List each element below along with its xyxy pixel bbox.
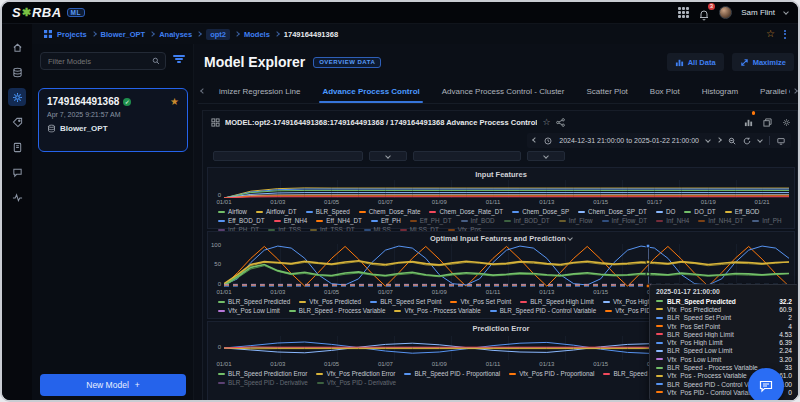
legend-item-eff-nh4-dt[interactable]: Eff_NH4_DT xyxy=(316,217,362,224)
nav-datasets-icon[interactable] xyxy=(8,63,26,81)
maximize-button[interactable]: Maximize xyxy=(732,53,794,71)
legend-item-blr-speed-prediction-error[interactable]: BLR_Speed Prediction Error xyxy=(218,370,307,377)
chart-plot[interactable] xyxy=(224,244,789,287)
legend-item-airflow[interactable]: Airflow xyxy=(218,208,247,215)
tab-advance-process-control-cluster[interactable]: Advance Process Control - Cluster xyxy=(431,80,576,103)
tabs-scroll-right-icon[interactable] xyxy=(790,89,800,94)
tab-advance-process-control[interactable]: Advance Process Control xyxy=(311,80,430,103)
legend-item-inf-ph[interactable]: Inf_PH xyxy=(752,217,781,224)
legend-item-eff-nh4[interactable]: Eff_NH4 xyxy=(274,217,308,224)
model-card[interactable]: 1749164491368 ✓ ★ Apr 7, 2025 9:21:57 AM… xyxy=(38,88,188,152)
legend-item-blr-speed[interactable]: BLR_Speed xyxy=(306,208,350,215)
breadcrumb-project[interactable]: Blower_OPT xyxy=(101,30,146,39)
panel-title[interactable]: Optimal Input Features and Prediction xyxy=(208,234,794,243)
time-range-text[interactable]: 2024-12-31 21:00:00 to 2025-01-22 21:00:… xyxy=(559,137,699,144)
legend-item-chem-dose-sp-dt[interactable]: Chem_Dose_SP_DT xyxy=(578,208,647,215)
chat-fab-button[interactable] xyxy=(748,368,784,402)
legend-item-chem-dose-rate-dt[interactable]: Chem_Dose_Rate_DT xyxy=(429,208,503,215)
legend-item-chem-dose-sp[interactable]: Chem_Dose_SP xyxy=(512,208,569,215)
legend-item-blr-speed-pid-proportional[interactable]: BLR_Speed PID - Proportional xyxy=(404,370,500,377)
time-range-caret-icon[interactable] xyxy=(705,137,711,143)
legend-item-inf-flow-dt[interactable]: Inf_Flow_DT xyxy=(602,217,648,224)
panel-alerts-icon[interactable] xyxy=(744,113,753,131)
tab-imizer-regression-line[interactable]: imizer Regression Line xyxy=(208,80,311,103)
panel-title[interactable]: Input Features xyxy=(208,170,794,179)
legend-item-blr-speed-process-variable[interactable]: BLR_Speed - Process Variable xyxy=(289,307,386,314)
legend-item-inf-nh4-dt[interactable]: Inf_NH4_DT xyxy=(698,217,743,224)
legend-item-eff-bod[interactable]: Eff_BOD xyxy=(725,208,760,215)
legend-item-vfx-pos-prediction-error[interactable]: Vfx_Pos Prediction Error xyxy=(316,370,395,377)
time-forward-icon[interactable] xyxy=(716,137,722,143)
favorite-star-icon[interactable]: ☆ xyxy=(766,29,775,39)
notifications-bell-icon[interactable]: 3 xyxy=(698,7,710,19)
variable-selector-1[interactable] xyxy=(213,151,363,161)
legend-item-inf-bod[interactable]: Inf_BOD xyxy=(461,217,495,224)
legend-item-do-dt[interactable]: DO_DT xyxy=(684,208,715,215)
x-tick: 01/05 xyxy=(324,361,339,367)
nav-notebook-icon[interactable] xyxy=(8,138,26,156)
tab-parallel-coordinates[interactable]: Parallel Coordinates xyxy=(749,80,790,103)
zoom-out-icon[interactable] xyxy=(728,137,736,145)
legend-item-blr-speed-pid-derivative[interactable]: BLR_Speed PID - Derivative xyxy=(218,379,308,386)
breadcrumb-projects[interactable]: Projects xyxy=(57,30,87,39)
nav-models-icon[interactable] xyxy=(8,88,26,106)
legend-item-eff-ph[interactable]: Eff_PH xyxy=(371,217,401,224)
filter-models-input[interactable] xyxy=(46,56,152,67)
nav-activity-icon[interactable] xyxy=(8,188,26,206)
refresh-interval-caret-icon[interactable] xyxy=(757,137,763,143)
tab-scatter-plot[interactable]: Scatter Plot xyxy=(575,80,638,103)
user-name[interactable]: Sam Flint xyxy=(741,8,775,17)
legend-item-blr-speed-high-limit[interactable]: BLR_Speed High Limit xyxy=(520,298,594,305)
legend-item-inf-bod-dt[interactable]: Inf_BOD_DT xyxy=(504,217,550,224)
nav-chat-icon[interactable] xyxy=(8,163,26,181)
legend-item-blr-speed-predicted[interactable]: BLR_Speed Predicted xyxy=(218,298,290,305)
nav-tags-icon[interactable] xyxy=(8,113,26,131)
legend-item-blr-speed-pid-control-variable[interactable]: BLR_Speed PID - Control Variable xyxy=(490,307,597,314)
x-tick: 01/01 xyxy=(216,289,231,295)
breadcrumb-models[interactable]: Models xyxy=(244,30,270,39)
tooltip-row: Vfx_Pos Predicted60.9 xyxy=(656,305,792,313)
chart-cursor-line xyxy=(648,244,649,287)
variable-selector-2-caret[interactable] xyxy=(527,151,565,161)
apps-grid-icon[interactable] xyxy=(678,7,689,18)
copy-panel-icon[interactable] xyxy=(763,118,772,127)
legend-item-do[interactable]: DO xyxy=(656,208,675,215)
legend-item-blr-speed-set-point[interactable]: BLR_Speed Set Point xyxy=(370,298,441,305)
legend-item-eff-ph-dt[interactable]: Eff_PH_DT xyxy=(410,217,452,224)
model-card-star-icon[interactable]: ★ xyxy=(170,97,179,107)
breadcrumb-analysis[interactable]: opt2 xyxy=(206,29,230,40)
filter-options-icon[interactable] xyxy=(173,55,185,63)
legend-item-vfx-pos-low-limit[interactable]: Vfx_Pos Low Limit xyxy=(218,307,280,314)
variable-selector-1-caret[interactable] xyxy=(369,151,407,161)
legend-item-vfx-pos-pid-proportional[interactable]: Vfx_Pos PID - Proportional xyxy=(509,370,594,377)
kebab-menu-icon[interactable] xyxy=(780,28,790,41)
breadcrumb-analyses[interactable]: Analyses xyxy=(159,30,192,39)
variable-selector-2[interactable] xyxy=(413,151,521,161)
legend-item-inf-nh4[interactable]: Inf_NH4 xyxy=(656,217,689,224)
time-back-icon[interactable] xyxy=(532,137,538,143)
refresh-icon[interactable] xyxy=(743,137,751,145)
user-menu-chevron-icon[interactable] xyxy=(783,9,789,15)
share-icon[interactable] xyxy=(556,118,565,127)
legend-item-vfx-pos-process-variable[interactable]: Vfx_Pos - Process Variable xyxy=(394,307,480,314)
legend-item-airflow-dt[interactable]: Airflow_DT xyxy=(256,208,297,215)
tv-mode-icon[interactable] xyxy=(777,137,785,145)
legend-item-inf-flow[interactable]: Inf_Flow xyxy=(559,217,593,224)
tab-histogram[interactable]: Histogram xyxy=(691,80,749,103)
settings-gear-icon[interactable] xyxy=(782,118,791,127)
legend-item-eff-bod-dt[interactable]: Eff_BOD_DT xyxy=(218,217,265,224)
tooltip-timestamp: 2025-01-17 21:00:00 xyxy=(656,288,792,295)
tabs-scroll-left-icon[interactable] xyxy=(198,89,208,94)
dashboard-star-icon[interactable]: ☆ xyxy=(542,117,550,127)
user-avatar[interactable] xyxy=(719,6,732,19)
tab-box-plot[interactable]: Box Plot xyxy=(639,80,691,103)
legend-item-vfx-pos-predicted[interactable]: Vfx_Pos Predicted xyxy=(299,298,361,305)
chart-plot[interactable] xyxy=(224,180,789,198)
all-data-button[interactable]: All Data xyxy=(667,53,724,71)
new-model-button[interactable]: New Model + xyxy=(40,374,186,396)
legend-item-vfx-pos-set-point[interactable]: Vfx_Pos Set Point xyxy=(450,298,511,305)
legend-item-chem-dose-rate[interactable]: Chem_Dose_Rate xyxy=(359,208,421,215)
legend-item-vfx-pos-pid-derivative[interactable]: Vfx_Pos PID - Derivative xyxy=(317,379,396,386)
sorba-logo[interactable]: S✱RBA ML xyxy=(12,5,85,20)
nav-home-icon[interactable] xyxy=(8,38,26,56)
